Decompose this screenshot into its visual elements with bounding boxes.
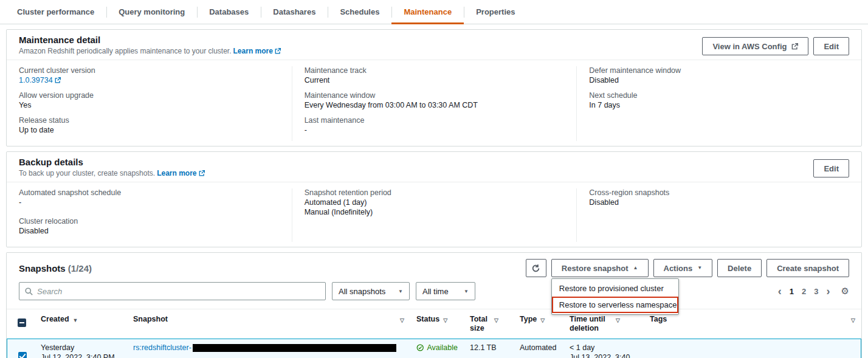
view-in-aws-config-button[interactable]: View in AWS Config: [702, 37, 808, 55]
column-label: Tags: [650, 315, 667, 324]
tab-maintenance[interactable]: Maintenance: [391, 0, 464, 24]
page-2-button[interactable]: 2: [802, 287, 806, 296]
delete-button[interactable]: Delete: [717, 259, 762, 277]
filter-icon[interactable]: ▽: [494, 315, 498, 325]
field-cross-region-snapshots: Cross-region snapshots Disabled: [589, 188, 849, 207]
actions-button[interactable]: Actions ▼: [653, 259, 713, 277]
refresh-button[interactable]: [526, 259, 546, 277]
filter-icon[interactable]: ▽: [851, 315, 855, 325]
menu-item-restore-to-serverless-namespace[interactable]: Restore to serverless namespace: [552, 297, 678, 313]
maintenance-column-3: Defer maintenance window Disabled Next s…: [576, 66, 861, 141]
field-label: Next schedule: [589, 91, 849, 100]
status-badge: Available: [416, 343, 458, 353]
column-header-snapshot: Snapshot▽: [127, 309, 410, 339]
restore-snapshot-label: Restore snapshot: [562, 264, 629, 273]
select-all-checkbox[interactable]: [18, 318, 26, 327]
deletion-timestamp: Jul 13, 2022, 3:40 PM: [570, 353, 638, 358]
field-label: Release status: [19, 116, 280, 125]
column-label: Created: [41, 315, 69, 324]
field-current-cluster-version: Current cluster version 1.0.39734: [19, 66, 280, 85]
filter-icon[interactable]: ▽: [540, 315, 545, 325]
column-label: Snapshot: [133, 315, 168, 324]
tab-label: Query monitoring: [119, 7, 185, 16]
tab-label: Maintenance: [404, 7, 452, 16]
previous-page-button[interactable]: ‹: [778, 286, 782, 297]
time-range-filter[interactable]: All time ▼: [416, 282, 475, 300]
backup-column-2: Snapshot retention period Automated (1 d…: [292, 188, 577, 242]
time-until-deletion-cell: < 1 day Jul 13, 2022, 3:40 PM: [563, 339, 644, 358]
field-value: Yes: [19, 101, 280, 110]
tab-datashares[interactable]: Datashares: [261, 0, 328, 24]
redacted-snapshot-name: [193, 344, 396, 352]
maintenance-detail-actions: View in AWS Config Edit: [702, 35, 849, 55]
edit-backup-button[interactable]: Edit: [813, 159, 849, 177]
actions-label: Actions: [664, 264, 693, 273]
field-value: Every Wednesday from 03:00 AM to 03:30 A…: [305, 101, 565, 110]
field-release-status: Release status Up to date: [19, 116, 280, 135]
field-label: Cluster relocation: [19, 217, 280, 226]
external-link-icon: [199, 170, 205, 176]
page-3-button[interactable]: 3: [814, 287, 818, 296]
page-1-button[interactable]: 1: [790, 287, 794, 296]
column-label: Total size: [470, 315, 491, 333]
snapshots-count: (1/24): [68, 263, 92, 274]
tags-cell: [644, 339, 861, 358]
snapshot-type-filter[interactable]: All snapshots ▼: [332, 282, 410, 300]
backup-details-panel: Backup details To back up your cluster, …: [6, 151, 862, 247]
tab-schedules[interactable]: Schedules: [328, 0, 391, 24]
field-label: Allow version upgrade: [19, 91, 280, 100]
snapshots-title: Snapshots (1/24): [19, 263, 92, 274]
field-label: Defer maintenance window: [589, 66, 849, 75]
created-relative: Yesterday: [41, 343, 121, 353]
tab-cluster-performance[interactable]: Cluster performance: [5, 0, 106, 24]
backup-details-heading: Backup details To back up your cluster, …: [19, 157, 205, 178]
caret-up-icon: ▲: [633, 266, 638, 270]
menu-item-restore-to-provisioned-cluster[interactable]: Restore to provisioned cluster: [552, 280, 678, 297]
tab-label: Cluster performance: [17, 7, 94, 16]
column-label: Type: [520, 315, 537, 324]
column-header-status: Status▽: [410, 309, 464, 339]
cluster-version-link[interactable]: 1.0.39734: [19, 76, 53, 84]
filter-icon[interactable]: ▽: [616, 315, 620, 325]
edit-maintenance-button[interactable]: Edit: [813, 37, 849, 55]
caret-down-icon: ▼: [398, 289, 403, 294]
filter-icon[interactable]: ▽: [443, 315, 447, 325]
backup-details-header: Backup details To back up your cluster, …: [7, 152, 861, 182]
field-next-schedule: Next schedule In 7 days: [589, 91, 849, 110]
filter-icon[interactable]: ▽: [400, 315, 404, 325]
search-input[interactable]: [37, 287, 320, 296]
maintenance-detail-panel: Maintenance detail Amazon Redshift perio…: [6, 29, 862, 146]
field-value: Disabled: [589, 198, 849, 207]
field-label: Last maintenance: [305, 116, 565, 125]
learn-more-link[interactable]: Learn more: [233, 47, 281, 55]
column-header-created: Created▼: [35, 309, 127, 339]
table-settings-gear-icon[interactable]: ⚙: [841, 286, 849, 297]
backup-details-subtitle: To back up your cluster, create snapshot…: [19, 169, 205, 178]
snapshots-panel: Snapshots (1/24) Restore snapshot ▲ Rest…: [6, 252, 862, 358]
time-range-filter-value: All time: [422, 287, 449, 296]
field-value: In 7 days: [589, 101, 849, 110]
create-snapshot-button[interactable]: Create snapshot: [766, 259, 849, 277]
field-value: Current: [305, 76, 565, 85]
field-label: Snapshot retention period: [305, 188, 565, 198]
refresh-icon: [531, 264, 540, 273]
field-value: Up to date: [19, 126, 280, 135]
learn-more-link[interactable]: Learn more: [157, 169, 205, 177]
maintenance-detail-header: Maintenance detail Amazon Redshift perio…: [7, 30, 861, 60]
snapshot-row-selected[interactable]: Yesterday Jul 12, 2022, 3:40 PM rs:redsh…: [7, 339, 861, 358]
sort-descending-icon[interactable]: ▼: [73, 315, 78, 325]
snapshot-search: [19, 282, 326, 300]
tab-properties[interactable]: Properties: [464, 0, 527, 24]
next-page-button[interactable]: ›: [827, 286, 830, 297]
row-checkbox[interactable]: [18, 352, 27, 358]
backup-details-subtitle-text: To back up your cluster, create snapshot…: [19, 169, 155, 177]
restore-snapshot-button[interactable]: Restore snapshot ▲: [551, 259, 649, 277]
external-link-icon: [55, 77, 61, 83]
tab-query-monitoring[interactable]: Query monitoring: [106, 0, 197, 24]
field-label: Maintenance track: [305, 66, 565, 75]
field-snapshot-retention-period: Snapshot retention period Automated (1 d…: [305, 188, 565, 217]
tab-label: Properties: [476, 7, 515, 16]
tab-databases[interactable]: Databases: [197, 0, 261, 24]
external-link-icon: [791, 43, 798, 50]
snapshot-link[interactable]: rs:redshiftcluster-: [133, 343, 191, 352]
